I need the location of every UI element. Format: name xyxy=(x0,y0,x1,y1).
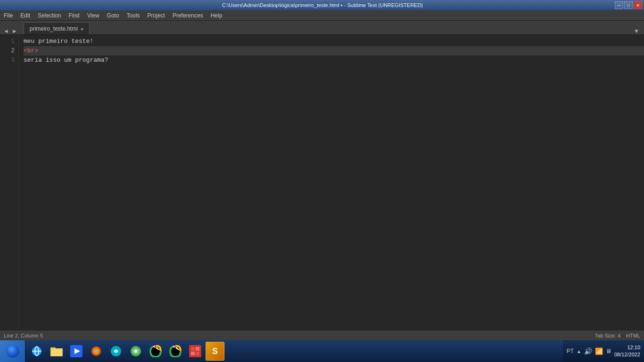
chrome2-icon[interactable] xyxy=(166,342,185,361)
code-line-2: <br> xyxy=(24,46,644,56)
menu-item-view[interactable]: View xyxy=(83,10,103,20)
close-button[interactable]: ✕ xyxy=(634,1,642,9)
app5-icon[interactable] xyxy=(107,342,125,361)
clock[interactable]: 12:10 08/12/2022 xyxy=(614,344,640,359)
taskbar: S PT ▲ 🔊 📶 🖥 12:10 08/12/2022 xyxy=(0,340,644,362)
menu-item-project[interactable]: Project xyxy=(144,10,169,20)
svg-rect-20 xyxy=(196,347,199,351)
editor: 1 2 3 meu primeiro teste! <br> seria iss… xyxy=(0,35,644,330)
maps-icon[interactable] xyxy=(126,342,145,361)
tab-dropdown-button[interactable]: ▼ xyxy=(631,28,642,34)
tab-label: primeiro_teste.html xyxy=(30,25,78,32)
firefox-icon[interactable] xyxy=(87,342,106,361)
tab-size: Tab Size: 4 xyxy=(595,333,620,338)
clock-date: 08/12/2022 xyxy=(614,351,640,358)
svg-rect-21 xyxy=(191,352,195,355)
tab-close-button[interactable]: ● xyxy=(81,26,84,32)
code-area[interactable]: meu primeiro teste! <br> seria isso um p… xyxy=(19,35,644,330)
line-numbers: 1 2 3 xyxy=(0,35,19,330)
active-tab[interactable]: primeiro_teste.html ● xyxy=(24,22,90,34)
clock-time: 12:10 xyxy=(614,344,640,351)
taskbar-right: PT ▲ 🔊 📶 🖥 12:10 08/12/2022 xyxy=(563,340,644,362)
tray-arrow[interactable]: ▲ xyxy=(577,349,581,354)
taskbar-apps: S xyxy=(25,341,563,362)
tab-nav-left[interactable]: ◄ xyxy=(2,28,10,34)
line-number-1: 1 xyxy=(0,37,15,46)
svg-point-13 xyxy=(134,350,137,353)
menu-item-edit[interactable]: Edit xyxy=(17,10,34,20)
explorer-icon[interactable] xyxy=(47,342,66,361)
maximize-button[interactable]: □ xyxy=(624,1,633,9)
ie-icon[interactable] xyxy=(27,342,46,361)
menu-item-selection[interactable]: Selection xyxy=(34,10,65,20)
network-icon[interactable]: 📶 xyxy=(595,347,603,355)
tabbar-nav: ◄ ► xyxy=(0,28,21,34)
statusbar-right: Tab Size: 4 HTML xyxy=(595,333,640,338)
svg-rect-19 xyxy=(191,347,195,351)
titlebar-controls: ─ □ ✕ xyxy=(615,1,642,9)
menubar: FileEditSelectionFindViewGotoToolsProjec… xyxy=(0,10,644,21)
menu-item-tools[interactable]: Tools xyxy=(123,10,144,20)
code-line-3: seria isso um programa? xyxy=(24,56,644,65)
start-button[interactable] xyxy=(0,340,25,362)
line-number-2: 2 xyxy=(0,46,15,56)
svg-rect-22 xyxy=(196,352,199,355)
lang-indicator: PT xyxy=(567,348,574,354)
app9-icon[interactable] xyxy=(186,342,205,361)
minimize-button[interactable]: ─ xyxy=(615,1,623,9)
menu-item-preferences[interactable]: Preferences xyxy=(169,10,207,20)
svg-rect-5 xyxy=(51,349,62,356)
menu-item-file[interactable]: File xyxy=(0,10,17,20)
cursor-position: Line 2, Column 5 xyxy=(4,333,43,338)
statusbar: Line 2, Column 5 Tab Size: 4 HTML xyxy=(0,330,644,340)
svg-rect-18 xyxy=(189,345,201,357)
menu-item-goto[interactable]: Goto xyxy=(103,10,123,20)
display-icon[interactable]: 🖥 xyxy=(606,348,611,354)
language-indicator: HTML xyxy=(626,333,640,338)
menu-item-find[interactable]: Find xyxy=(65,10,83,20)
tabbar: ◄ ► primeiro_teste.html ● ▼ xyxy=(0,21,644,35)
statusbar-left: Line 2, Column 5 xyxy=(4,333,43,338)
code-text-1: meu primeiro teste! xyxy=(24,37,93,46)
code-text-3: seria isso um programa? xyxy=(24,56,108,65)
line-number-3: 3 xyxy=(0,56,15,65)
sublime-icon[interactable]: S xyxy=(206,342,224,361)
titlebar-title: C:\Users\Admin\Desktop\lógica\primeiro_t… xyxy=(30,2,615,8)
code-tag-2: <br> xyxy=(24,46,38,56)
menu-item-help[interactable]: Help xyxy=(207,10,226,20)
chrome-icon[interactable] xyxy=(146,342,165,361)
code-line-1: meu primeiro teste! xyxy=(24,37,644,46)
start-orb xyxy=(6,344,20,358)
media-player-icon[interactable] xyxy=(67,342,86,361)
volume-icon[interactable]: 🔊 xyxy=(584,347,592,355)
svg-point-10 xyxy=(95,350,98,353)
titlebar: C:\Users\Admin\Desktop\lógica\primeiro_t… xyxy=(0,0,644,10)
tab-nav-right[interactable]: ► xyxy=(10,28,19,34)
